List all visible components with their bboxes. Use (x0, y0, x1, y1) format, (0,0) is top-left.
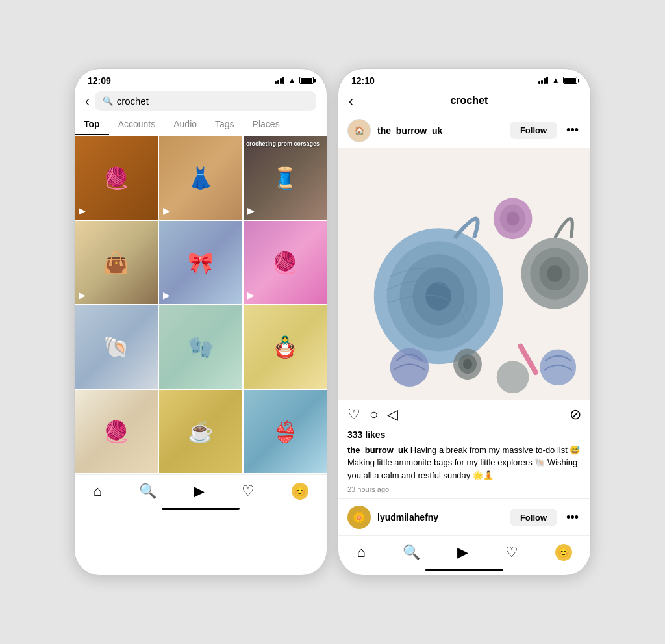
bottom-nav-left: ⌂ 🔍 ▶ ♡ 😊 (75, 474, 327, 505)
post-header: ‹ crochet (338, 88, 590, 114)
grid-item-11[interactable]: ☕ (159, 390, 242, 473)
nav-reels-left[interactable]: ▶ (194, 483, 205, 500)
nav-heart-right[interactable]: ♡ (505, 544, 518, 561)
grid-emoji-7: 🐚 (103, 335, 129, 359)
video-icon-1: ▶ (79, 205, 86, 216)
tab-bar: Top Accounts Audio Tags Places (75, 111, 327, 135)
grid-emoji-6: 🧶 (272, 250, 298, 275)
search-icon: 🔍 (103, 96, 113, 106)
video-icon-5: ▶ (163, 290, 170, 300)
likes-count: 333 likes (338, 430, 590, 444)
grid-item-9[interactable]: 🪆 (244, 305, 327, 389)
grid-item-4[interactable]: 👜 ▶ (75, 221, 158, 304)
nav-reels-right[interactable]: ▶ (457, 544, 468, 561)
nav-search-left[interactable]: 🔍 (139, 483, 157, 500)
grid-emoji-9: 🪆 (272, 335, 298, 359)
tab-accounts[interactable]: Accounts (109, 115, 165, 135)
grid-item-5[interactable]: 🎀 ▶ (159, 221, 242, 304)
more-options-top[interactable]: ••• (564, 123, 581, 137)
right-phone: 12:10 ▲ ‹ crochet 🏠 (338, 68, 591, 576)
post-title: crochet (358, 95, 580, 107)
like-icon[interactable]: ♡ (347, 406, 360, 423)
search-bar[interactable]: 🔍 crochet (95, 91, 316, 111)
status-icons-left: ▲ (275, 75, 314, 85)
nav-avatar-right[interactable]: 😊 (555, 544, 572, 561)
grid-item-1[interactable]: 🧶 ▶ (75, 136, 158, 220)
signal-icon-right (538, 77, 548, 84)
nav-home-left[interactable]: ⌂ (93, 483, 101, 500)
caption-username[interactable]: the_burrow_uk (347, 445, 408, 455)
comment-account-row: 🌼 lyudmilahefny Follow ••• (338, 499, 590, 535)
comment-account-username[interactable]: lyudmilahefny (377, 512, 503, 522)
grid-emoji-2: 👗 (188, 166, 214, 190)
follow-button-comment[interactable]: Follow (510, 509, 557, 526)
post-caption: the_burrow_uk Having a break from my mas… (338, 444, 590, 486)
account-avatar: 🏠 (347, 119, 371, 142)
grid-emoji-8: 🧤 (188, 335, 214, 359)
home-indicator-left (162, 508, 240, 510)
wifi-icon-right: ▲ (551, 75, 560, 85)
time-right: 12:10 (351, 75, 375, 86)
bottom-nav-right: ⌂ 🔍 ▶ ♡ 😊 (338, 535, 590, 566)
status-bar-right: 12:10 ▲ (338, 69, 590, 88)
tab-audio[interactable]: Audio (164, 115, 206, 135)
tab-tags[interactable]: Tags (206, 115, 244, 135)
tab-top[interactable]: Top (75, 115, 109, 135)
left-phone: 12:09 ▲ ‹ 🔍 crochet (74, 68, 327, 576)
nav-search-right[interactable]: 🔍 (403, 544, 420, 561)
battery-icon-right (563, 77, 577, 84)
avatar-emoji: 🏠 (355, 126, 364, 135)
nav-avatar-left[interactable]: 😊 (292, 483, 308, 500)
video-icon-4: ▶ (79, 290, 86, 300)
video-icon-3: ▶ (247, 205, 255, 216)
search-value: crochet (117, 96, 149, 107)
bookmark-icon[interactable]: ⊘ (570, 406, 581, 423)
svg-point-19 (540, 349, 576, 385)
more-options-comment[interactable]: ••• (564, 511, 581, 524)
grid-emoji-10: 🧶 (103, 419, 129, 444)
action-bar: ♡ ○ ◁ ⊘ (338, 400, 590, 430)
grid-emoji-5: 🎀 (188, 250, 214, 275)
grid-caption-3: crocheting prom corsages (246, 140, 324, 148)
svg-point-12 (547, 265, 562, 282)
svg-point-14 (497, 361, 529, 393)
home-indicator-right (425, 569, 503, 571)
grid-item-10[interactable]: 🧶 (75, 390, 158, 473)
nav-home-right[interactable]: ⌂ (357, 544, 365, 561)
status-icons-right: ▲ (538, 75, 577, 85)
comment-icon[interactable]: ○ (370, 406, 378, 423)
account-row: 🏠 the_burrow_uk Follow ••• (338, 114, 590, 148)
grid-item-12[interactable]: 👙 (244, 390, 327, 473)
comment-avatar-emoji: 🌼 (353, 511, 366, 524)
back-button-right[interactable]: ‹ (349, 94, 353, 109)
svg-point-18 (463, 359, 472, 369)
grid-item-7[interactable]: 🐚 (75, 305, 158, 389)
back-button[interactable]: ‹ (85, 94, 90, 109)
search-grid: 🧶 ▶ 👗 ▶ 🧵 crocheting prom corsages ▶ 👜 ▶… (75, 135, 327, 474)
grid-emoji-11: ☕ (188, 419, 214, 444)
battery-icon (299, 77, 314, 84)
follow-button-top[interactable]: Follow (510, 122, 557, 139)
wifi-icon: ▲ (288, 75, 296, 85)
signal-icon (275, 77, 284, 84)
nav-heart-left[interactable]: ♡ (242, 483, 255, 500)
search-header: ‹ 🔍 crochet (75, 88, 327, 111)
grid-item-8[interactable]: 🧤 (159, 305, 242, 389)
grid-emoji-3: 🧵 (272, 166, 298, 190)
video-icon-6: ▶ (247, 290, 255, 300)
app-container: 12:09 ▲ ‹ 🔍 crochet (61, 55, 604, 589)
grid-item-6[interactable]: 🧶 ▶ (244, 221, 327, 304)
grid-item-2[interactable]: 👗 ▶ (159, 136, 242, 220)
account-username[interactable]: the_burrow_uk (377, 125, 503, 136)
grid-emoji-4: 👜 (103, 250, 129, 275)
video-icon-2: ▶ (163, 205, 170, 216)
tab-places[interactable]: Places (244, 115, 289, 135)
grid-item-3[interactable]: 🧵 crocheting prom corsages ▶ (244, 136, 327, 220)
share-icon[interactable]: ◁ (387, 406, 398, 423)
post-image (338, 148, 590, 400)
crochet-visual (338, 148, 590, 400)
post-time: 23 hours ago (338, 485, 590, 498)
comment-avatar: 🌼 (347, 506, 371, 529)
crochet-svg (338, 148, 590, 400)
grid-emoji-12: 👙 (272, 419, 298, 444)
